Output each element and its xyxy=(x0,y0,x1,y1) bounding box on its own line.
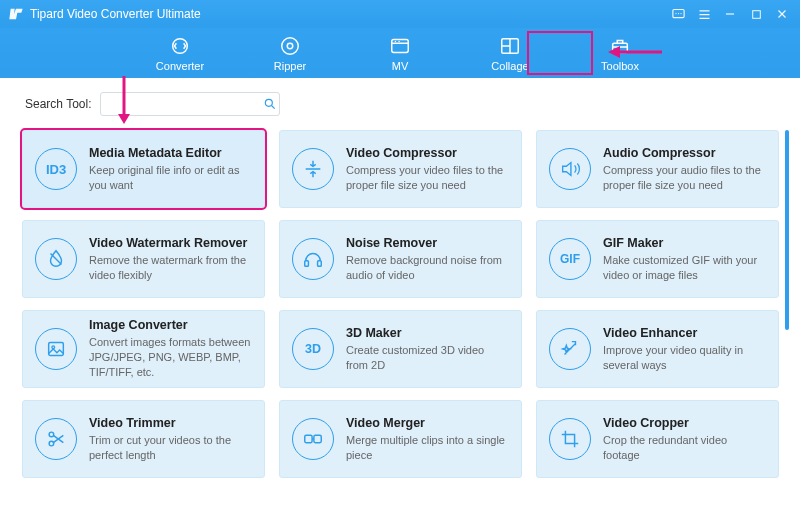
tool-title: Video Cropper xyxy=(603,416,766,430)
tool-video-enhancer[interactable]: Video Enhancer Improve your video qualit… xyxy=(536,310,779,388)
tool-desc: Remove the watermark from the video flex… xyxy=(89,253,252,283)
close-button[interactable] xyxy=(772,4,792,24)
tool-desc: Trim or cut your videos to the perfect l… xyxy=(89,433,252,463)
image-icon xyxy=(35,328,77,370)
search-box xyxy=(100,92,280,116)
tool-desc: Keep original file info or edit as you w… xyxy=(89,163,252,193)
tool-image-converter[interactable]: Image Converter Convert images formats b… xyxy=(22,310,265,388)
tool-desc: Create customized 3D video from 2D xyxy=(346,343,509,373)
header-tabs: Converter Ripper MV Collage Toolbox xyxy=(0,28,800,78)
mv-icon xyxy=(388,35,412,57)
tool-desc: Remove background noise from audio of vi… xyxy=(346,253,509,283)
tab-label: Ripper xyxy=(274,60,306,72)
tab-ripper[interactable]: Ripper xyxy=(260,28,320,78)
tool-video-compressor[interactable]: Video Compressor Compress your video fil… xyxy=(279,130,522,208)
id3-icon: ID3 xyxy=(35,148,77,190)
svg-point-1 xyxy=(675,12,676,13)
tool-title: GIF Maker xyxy=(603,236,766,250)
tool-title: Image Converter xyxy=(89,318,252,332)
tool-title: 3D Maker xyxy=(346,326,509,340)
svg-rect-15 xyxy=(318,261,322,267)
gif-icon: GIF xyxy=(549,238,591,280)
converter-icon xyxy=(168,35,192,57)
tool-title: Video Merger xyxy=(346,416,509,430)
3d-icon: 3D xyxy=(292,328,334,370)
tool-video-cropper[interactable]: Video Cropper Crop the redundant video f… xyxy=(536,400,779,478)
svg-rect-14 xyxy=(305,261,309,267)
svg-point-2 xyxy=(677,12,678,13)
svg-rect-20 xyxy=(305,435,312,442)
tool-desc: Improve your video quality in several wa… xyxy=(603,343,766,373)
tool-desc: Merge multiple clips into a single piece xyxy=(346,433,509,463)
maximize-button[interactable] xyxy=(746,4,766,24)
titlebar: Tipard Video Converter Ultimate xyxy=(0,0,800,28)
tool-title: Video Enhancer xyxy=(603,326,766,340)
search-label: Search Tool: xyxy=(25,97,92,111)
tool-desc: Compress your video files to the proper … xyxy=(346,163,509,193)
tool-gif-maker[interactable]: GIF GIF Maker Make customized GIF with y… xyxy=(536,220,779,298)
tab-toolbox[interactable]: Toolbox xyxy=(590,28,650,78)
svg-point-6 xyxy=(282,37,299,54)
tool-3d-maker[interactable]: 3D 3D Maker Create customized 3D video f… xyxy=(279,310,522,388)
tool-title: Video Trimmer xyxy=(89,416,252,430)
svg-point-9 xyxy=(395,40,396,41)
tool-audio-compressor[interactable]: Audio Compressor Compress your audio fil… xyxy=(536,130,779,208)
svg-rect-8 xyxy=(392,39,409,52)
tool-desc: Convert images formats between JPG/JPEG,… xyxy=(89,335,252,380)
collage-icon xyxy=(498,35,522,57)
tab-label: Toolbox xyxy=(601,60,639,72)
svg-rect-21 xyxy=(314,435,321,442)
tool-title: Video Watermark Remover xyxy=(89,236,252,250)
noise-icon xyxy=(292,238,334,280)
feedback-icon[interactable] xyxy=(668,4,688,24)
tool-media-metadata-editor[interactable]: ID3 Media Metadata Editor Keep original … xyxy=(22,130,265,208)
app-logo-icon xyxy=(8,6,24,22)
tab-mv[interactable]: MV xyxy=(370,28,430,78)
ripper-icon xyxy=(278,35,302,57)
svg-point-3 xyxy=(680,12,681,13)
search-icon[interactable] xyxy=(263,97,277,111)
tool-video-trimmer[interactable]: Video Trimmer Trim or cut your videos to… xyxy=(22,400,265,478)
svg-point-10 xyxy=(398,40,399,41)
tab-label: Collage xyxy=(491,60,528,72)
merge-icon xyxy=(292,418,334,460)
menu-icon[interactable] xyxy=(694,4,714,24)
toolbox-icon xyxy=(608,35,632,57)
tool-title: Audio Compressor xyxy=(603,146,766,160)
tool-desc: Crop the redundant video footage xyxy=(603,433,766,463)
tab-collage[interactable]: Collage xyxy=(480,28,540,78)
tool-video-merger[interactable]: Video Merger Merge multiple clips into a… xyxy=(279,400,522,478)
main-body: Search Tool: ID3 Media Metadata Editor K… xyxy=(0,78,800,519)
audio-compress-icon xyxy=(549,148,591,190)
tool-title: Noise Remover xyxy=(346,236,509,250)
svg-rect-16 xyxy=(49,343,64,356)
scrollbar-thumb[interactable] xyxy=(785,130,789,330)
tab-label: MV xyxy=(392,60,409,72)
svg-rect-12 xyxy=(613,43,628,52)
svg-point-13 xyxy=(265,99,272,106)
tab-label: Converter xyxy=(156,60,204,72)
watermark-icon xyxy=(35,238,77,280)
search-row: Search Tool: xyxy=(22,92,778,116)
minimize-button[interactable] xyxy=(720,4,740,24)
crop-icon xyxy=(549,418,591,460)
enhance-icon xyxy=(549,328,591,370)
tool-video-watermark-remover[interactable]: Video Watermark Remover Remove the water… xyxy=(22,220,265,298)
search-input[interactable] xyxy=(107,94,257,114)
compress-icon xyxy=(292,148,334,190)
tool-desc: Make customized GIF with your video or i… xyxy=(603,253,766,283)
tab-converter[interactable]: Converter xyxy=(150,28,210,78)
svg-rect-4 xyxy=(752,10,760,18)
trim-icon xyxy=(35,418,77,460)
tool-desc: Compress your audio files to the proper … xyxy=(603,163,766,193)
tool-noise-remover[interactable]: Noise Remover Remove background noise fr… xyxy=(279,220,522,298)
tool-grid: ID3 Media Metadata Editor Keep original … xyxy=(22,130,779,478)
svg-point-7 xyxy=(287,43,293,49)
app-title: Tipard Video Converter Ultimate xyxy=(30,7,201,21)
tool-title: Video Compressor xyxy=(346,146,509,160)
tool-title: Media Metadata Editor xyxy=(89,146,252,160)
